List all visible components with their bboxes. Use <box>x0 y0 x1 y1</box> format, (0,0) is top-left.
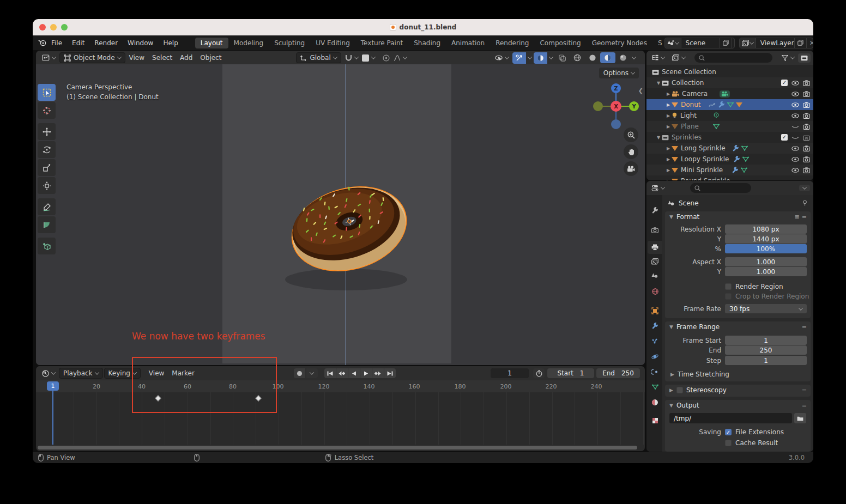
show-overlays-toggle[interactable] <box>534 52 547 64</box>
proportional-falloff-button[interactable] <box>394 53 410 63</box>
overlays-dropdown[interactable] <box>547 54 555 62</box>
unlink-scene-icon[interactable]: ✕ <box>732 38 735 48</box>
expand-icon[interactable]: ▶ <box>665 124 672 129</box>
auto-keying-button[interactable] <box>294 368 305 378</box>
tab-texture[interactable] <box>648 414 662 427</box>
tab-tool[interactable] <box>648 204 662 217</box>
menu-edit[interactable]: Edit <box>67 38 89 48</box>
shading-rendered-button[interactable] <box>615 52 631 63</box>
tab-modifiers[interactable] <box>648 319 662 332</box>
shading-material-preview-button[interactable] <box>600 52 615 63</box>
donut-object[interactable] <box>278 171 420 296</box>
expand-icon[interactable]: ▼ <box>655 135 662 140</box>
frame-rate-dropdown[interactable]: 30 fps <box>725 304 807 313</box>
outliner-row-scene-collection[interactable]: Scene Collection <box>646 66 813 77</box>
panel-menu-icon[interactable]: = <box>802 214 806 221</box>
expand-icon[interactable]: ▶ <box>665 179 672 181</box>
menu-add[interactable]: Add <box>176 52 196 63</box>
tool-move[interactable] <box>38 123 56 140</box>
eye-icon[interactable] <box>791 146 799 151</box>
eye-icon[interactable] <box>791 168 799 173</box>
resolution-y-field[interactable]: 1440 px <box>725 234 807 244</box>
remove-viewlayer-icon[interactable]: ✕ <box>806 38 813 48</box>
zoom-view-button[interactable] <box>624 127 638 142</box>
gizmo-axis-y[interactable]: Y <box>629 101 639 111</box>
outliner-row-loopy-sprinkle[interactable]: ▶ Loopy Sprinkle <box>646 154 813 165</box>
proportional-editing-button[interactable] <box>379 53 394 63</box>
camera-visibility-icon[interactable] <box>803 145 810 151</box>
expand-icon[interactable]: ▼ <box>655 81 662 86</box>
tab-object[interactable] <box>648 304 662 317</box>
tab-layout[interactable]: Layout <box>195 38 228 48</box>
outliner-row-camera[interactable]: ▶ Camera <box>646 88 813 99</box>
play-button[interactable] <box>360 368 372 378</box>
shading-wireframe-button[interactable] <box>570 52 585 63</box>
tool-measure[interactable] <box>38 216 56 233</box>
expand-icon[interactable]: ▶ <box>665 157 672 162</box>
outliner-row-long-sprinkle[interactable]: ▶ Long Sprinkle <box>646 143 813 154</box>
outliner-row-donut[interactable]: ▶ Donut <box>646 99 813 110</box>
eye-icon[interactable] <box>791 92 799 96</box>
tab-sculpting[interactable]: Sculpting <box>269 38 310 48</box>
tool-annotate[interactable] <box>38 198 56 215</box>
auto-keying-dropdown[interactable] <box>306 368 318 378</box>
cache-result-checkbox[interactable] <box>725 440 732 446</box>
outliner-row-sprinkles[interactable]: ▼ Sprinkles ✓ <box>646 132 813 143</box>
outliner-search-input[interactable] <box>694 53 772 63</box>
eye-icon[interactable] <box>791 81 799 86</box>
outliner-editor-type-button[interactable] <box>648 53 668 63</box>
tool-add-cube[interactable] <box>38 238 56 254</box>
scene-icon[interactable] <box>665 38 681 48</box>
menu-file[interactable]: File <box>46 38 67 48</box>
menu-render[interactable]: Render <box>89 38 123 48</box>
panel-menu-icon[interactable]: = <box>802 402 806 409</box>
editor-type-button[interactable] <box>38 53 59 63</box>
tool-rotate[interactable] <box>38 141 56 158</box>
tab-uv-editing[interactable]: UV Editing <box>310 38 355 48</box>
tool-select-box[interactable] <box>38 84 56 101</box>
snap-toggle-button[interactable] <box>362 53 379 63</box>
timeline-tracks[interactable] <box>36 392 645 445</box>
frame-start-field[interactable]: 1 <box>725 336 807 345</box>
presets-icon[interactable]: ≣ <box>795 214 799 221</box>
new-viewlayer-icon[interactable] <box>794 38 806 48</box>
tab-compositing[interactable]: Compositing <box>534 38 586 48</box>
new-scene-icon[interactable] <box>720 38 732 48</box>
tab-scene[interactable] <box>648 269 662 282</box>
render-region-checkbox[interactable] <box>725 283 732 290</box>
tab-modeling[interactable]: Modeling <box>228 38 269 48</box>
menu-help[interactable]: Help <box>158 38 183 48</box>
stereoscopy-checkbox[interactable] <box>676 387 683 393</box>
timeline-editor-type-button[interactable] <box>38 368 59 379</box>
viewlayer-selector[interactable]: ViewLayer ✕ <box>739 38 813 48</box>
frame-start-field[interactable]: Start1 <box>547 368 594 378</box>
aspect-y-field[interactable]: 1.000 <box>725 267 807 276</box>
panel-menu-icon[interactable]: = <box>802 387 806 394</box>
panel-menu-icon[interactable]: = <box>802 324 806 331</box>
tab-physics[interactable] <box>648 350 662 363</box>
tab-object-data[interactable] <box>648 380 662 393</box>
outliner-row-collection[interactable]: ▼ Collection ✓ <box>646 77 813 88</box>
frame-range-panel-header[interactable]: ▼Frame Range = <box>665 321 811 332</box>
camera-visibility-icon[interactable] <box>803 91 810 97</box>
eye-icon[interactable] <box>791 113 799 118</box>
camera-visibility-icon[interactable] <box>803 167 810 173</box>
menu-view[interactable]: View <box>125 52 148 63</box>
camera-visibility-icon[interactable] <box>803 113 810 119</box>
tab-constraints[interactable] <box>648 365 662 378</box>
eye-icon[interactable] <box>791 102 799 107</box>
collection-checkbox[interactable]: ✓ <box>781 134 788 141</box>
frame-step-field[interactable]: 1 <box>725 356 807 365</box>
aspect-x-field[interactable]: 1.000 <box>725 257 807 266</box>
resolution-percent-slider[interactable]: 100% <box>725 244 807 253</box>
pin-icon[interactable] <box>802 200 808 206</box>
camera-visibility-icon[interactable] <box>803 102 810 108</box>
tab-scripting-truncated[interactable]: S <box>652 38 662 48</box>
pan-view-button[interactable] <box>624 144 638 159</box>
open-folder-button[interactable] <box>794 413 806 423</box>
camera-visibility-icon[interactable] <box>803 124 810 130</box>
tab-rendering[interactable]: Rendering <box>490 38 534 48</box>
eye-icon[interactable] <box>791 157 799 162</box>
expand-icon[interactable]: ▶ <box>665 113 672 118</box>
viewlayer-icon[interactable] <box>740 38 756 48</box>
